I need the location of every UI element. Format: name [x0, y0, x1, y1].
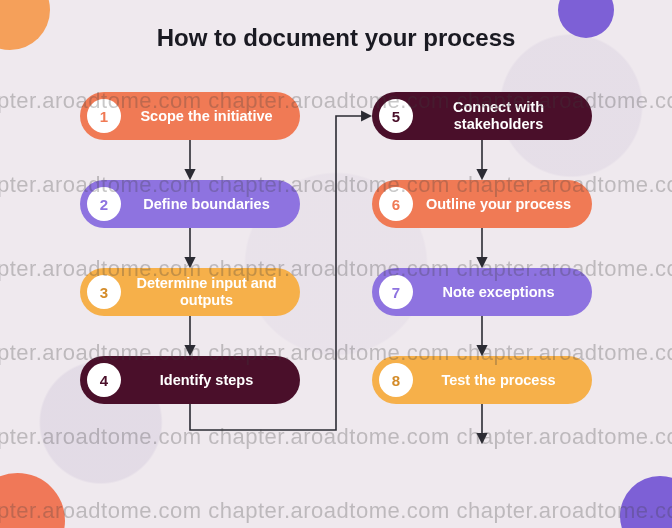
- step-number-badge: 4: [87, 363, 121, 397]
- step-label: Define boundaries: [121, 196, 300, 213]
- step-label: Outline your process: [413, 196, 592, 213]
- step-number-badge: 7: [379, 275, 413, 309]
- step-4: 4 Identify steps: [80, 356, 300, 404]
- step-number-badge: 3: [87, 275, 121, 309]
- step-7: 7 Note exceptions: [372, 268, 592, 316]
- step-label: Test the process: [413, 372, 592, 389]
- step-number-badge: 5: [379, 99, 413, 133]
- step-2: 2 Define boundaries: [80, 180, 300, 228]
- step-3: 3 Determine input and outputs: [80, 268, 300, 316]
- step-1: 1 Scope the initiative: [80, 92, 300, 140]
- step-8: 8 Test the process: [372, 356, 592, 404]
- step-number-badge: 6: [379, 187, 413, 221]
- step-label: Identify steps: [121, 372, 300, 389]
- page-title: How to document your process: [0, 24, 672, 52]
- step-label: Connect with stakeholders: [413, 99, 592, 132]
- step-label: Scope the initiative: [121, 108, 300, 125]
- step-5: 5 Connect with stakeholders: [372, 92, 592, 140]
- step-number-badge: 1: [87, 99, 121, 133]
- step-number-badge: 2: [87, 187, 121, 221]
- step-label: Determine input and outputs: [121, 275, 300, 308]
- step-label: Note exceptions: [413, 284, 592, 301]
- step-number-badge: 8: [379, 363, 413, 397]
- step-6: 6 Outline your process: [372, 180, 592, 228]
